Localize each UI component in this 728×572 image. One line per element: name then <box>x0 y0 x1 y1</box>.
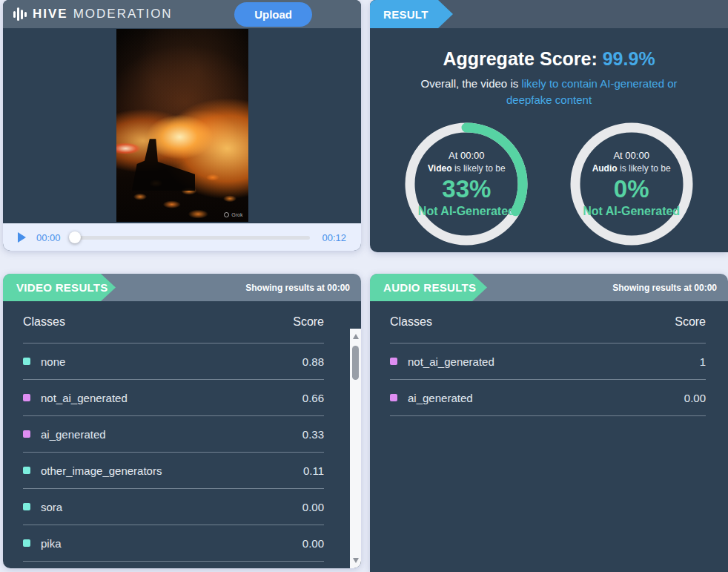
video-results-tab: VIDEO RESULTS <box>3 274 116 301</box>
showing-results-label: Showing results at 00:00 <box>245 274 350 301</box>
class-label: pika <box>41 537 62 550</box>
table-row: not_ai_generated 0.66 <box>23 380 324 416</box>
class-score: 0.33 <box>302 428 324 441</box>
class-label: not_ai_generated <box>408 355 494 368</box>
score-column-header: Score <box>675 315 706 329</box>
audio-results-header-strip: AUDIO RESULTS Showing results at 00:00 <box>370 274 728 301</box>
gauge-classification: Not AI-Generated <box>418 205 515 218</box>
plane-wreck-silhouette <box>132 139 195 191</box>
brand-name: HIVE <box>33 7 68 22</box>
video-frame[interactable]: Grok <box>116 29 248 222</box>
audio-gauge-text: At 00:00 Audio is likely to be 0% Not AI… <box>568 120 695 248</box>
video-watermark: Grok <box>224 212 242 217</box>
video-gauge-text: At 00:00 Video is likely to be 33% Not A… <box>403 120 530 248</box>
aggregate-score-value: 99.9% <box>603 48 655 69</box>
gauge-percent: 33% <box>442 175 491 203</box>
app-header: HIVE MODERATION Upload <box>3 0 361 28</box>
overall-verdict: Overall, the video is likely to contain … <box>404 76 694 108</box>
result-header-strip: RESULT <box>370 0 728 28</box>
table-scrollbar[interactable] <box>350 329 361 568</box>
class-color-swatch <box>23 539 30 547</box>
video-gauge: At 00:00 Video is likely to be 33% Not A… <box>388 120 545 253</box>
video-gauge-dial: At 00:00 Video is likely to be 33% Not A… <box>403 120 530 248</box>
classes-column-header: Classes <box>23 315 65 329</box>
audio-gauge-dial: At 00:00 Audio is likely to be 0% Not AI… <box>568 120 695 248</box>
seek-bar[interactable] <box>71 236 311 240</box>
class-label: none <box>41 355 65 368</box>
upload-button[interactable]: Upload <box>234 2 312 27</box>
class-color-swatch <box>390 358 397 365</box>
scroll-down-icon[interactable] <box>353 558 359 563</box>
gauge-medium: Audio <box>592 163 618 174</box>
class-color-swatch <box>23 358 30 365</box>
gauge-likely-text: is likely to be <box>454 163 506 174</box>
gauge-classification: Not AI-Generated <box>583 205 680 218</box>
audio-gauge: At 00:00 Audio is likely to be 0% Not AI… <box>553 120 710 253</box>
gauge-medium: Video <box>428 163 451 174</box>
class-score: 1 <box>700 355 706 368</box>
class-color-swatch <box>23 467 30 474</box>
class-score: 0.00 <box>684 392 706 404</box>
duration: 00:12 <box>322 232 346 243</box>
table-row: sora 0.00 <box>23 489 324 525</box>
seek-handle[interactable] <box>69 231 81 243</box>
gauge-likely-line: Video is likely to be <box>428 163 506 174</box>
class-color-swatch <box>23 394 30 401</box>
class-score: 0.88 <box>302 355 324 368</box>
class-color-swatch <box>23 430 30 438</box>
gauge-timestamp: At 00:00 <box>613 150 649 161</box>
result-panel: RESULT Aggregate Score: 99.9% Overall, t… <box>370 0 728 252</box>
hive-logo-icon <box>13 7 27 22</box>
table-row: none 0.88 <box>23 343 324 380</box>
hive-moderation-app: HIVE MODERATION Upload Grok 00:00 00:12 <box>0 0 728 572</box>
class-label: ai_generated <box>408 392 473 404</box>
audio-results-tab: AUDIO RESULTS <box>370 274 487 301</box>
playback-controls: 00:00 00:12 <box>3 223 361 251</box>
player-panel: HIVE MODERATION Upload Grok 00:00 00:12 <box>3 0 361 251</box>
class-score: 0.11 <box>303 464 324 477</box>
scroll-up-icon[interactable] <box>353 334 359 339</box>
classes-column-header: Classes <box>390 315 432 329</box>
class-label: other_image_generators <box>41 464 162 477</box>
gauges-row: At 00:00 Video is likely to be 33% Not A… <box>370 120 728 253</box>
verdict-highlight: likely to contain AI-generated or deepfa… <box>506 77 678 106</box>
class-score: 0.00 <box>302 537 324 550</box>
brand-suffix: MODERATION <box>73 7 173 22</box>
gauge-likely-text: is likely to be <box>620 163 671 174</box>
table-header-row: Classes Score <box>390 301 706 343</box>
verdict-prefix: Overall, the video is <box>420 77 518 90</box>
aggregate-score-line: Aggregate Score: 99.9% <box>370 48 728 70</box>
video-results-panel: VIDEO RESULTS Showing results at 00:00 C… <box>3 274 361 568</box>
class-score: 0.66 <box>302 392 324 404</box>
result-tab: RESULT <box>370 0 453 28</box>
table-row: not_ai_generated 1 <box>390 343 706 380</box>
gauge-timestamp: At 00:00 <box>449 150 484 161</box>
audio-results-table: Classes Score not_ai_generated 1 ai_gene… <box>370 301 728 572</box>
scrollbar-thumb[interactable] <box>352 346 359 380</box>
class-color-swatch <box>390 394 397 401</box>
class-color-swatch <box>23 503 30 510</box>
gauge-likely-line: Audio is likely to be <box>592 163 671 174</box>
table-row: other_image_generators 0.11 <box>23 453 324 489</box>
watermark-label: Grok <box>231 212 242 217</box>
watermark-icon <box>224 212 229 217</box>
score-column-header: Score <box>293 315 324 329</box>
video-stage: Grok <box>3 29 361 223</box>
current-time: 00:00 <box>36 232 61 243</box>
video-results-table: Classes Score none 0.88 not_ai_generated… <box>3 301 361 568</box>
table-row: pika 0.00 <box>23 525 324 562</box>
class-label: ai_generated <box>41 428 106 441</box>
gauge-percent: 0% <box>614 175 649 203</box>
class-label: not_ai_generated <box>41 392 128 404</box>
table-row: ai_generated 0.33 <box>23 416 324 453</box>
video-results-header-strip: VIDEO RESULTS Showing results at 00:00 <box>3 274 361 301</box>
table-header-row: Classes Score <box>23 301 324 343</box>
play-icon[interactable] <box>18 232 26 243</box>
showing-results-label: Showing results at 00:00 <box>612 274 717 301</box>
table-row: ai_generated 0.00 <box>390 380 706 416</box>
class-score: 0.00 <box>302 501 324 513</box>
audio-results-panel: AUDIO RESULTS Showing results at 00:00 C… <box>370 274 728 572</box>
aggregate-score-label: Aggregate Score: <box>443 48 597 69</box>
class-label: sora <box>41 501 62 513</box>
